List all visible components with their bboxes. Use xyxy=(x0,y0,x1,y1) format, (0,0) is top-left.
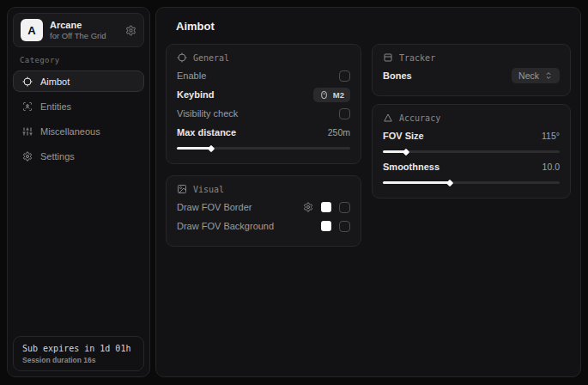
sidebar: A Arcane for Off The Grid Category Aimbo… xyxy=(7,7,150,377)
sidebar-item-settings[interactable]: Settings xyxy=(13,145,144,167)
max-distance-row: Max distance 250m xyxy=(177,123,350,142)
fov-size-label: FOV Size xyxy=(383,131,424,141)
enable-row: Enable xyxy=(177,66,350,85)
card-title: Tracker xyxy=(399,53,435,63)
image-icon xyxy=(177,184,187,194)
sub-expires-text: Sub expires in 1d 01h xyxy=(22,344,135,353)
page-title: Aimbot xyxy=(176,20,571,33)
draw-fov-border-label: Draw FOV Border xyxy=(177,202,252,212)
sidebar-item-entities[interactable]: Entities xyxy=(13,95,144,117)
mouse-icon xyxy=(319,90,329,100)
card-title: Visual xyxy=(193,185,224,194)
person-scan-icon xyxy=(22,101,33,112)
enable-checkbox[interactable] xyxy=(339,70,350,82)
chevrons-up-down-icon xyxy=(544,71,553,80)
keybind-value: M2 xyxy=(333,90,344,100)
draw-fov-background-row: Draw FOV Background xyxy=(177,217,350,235)
app-subtitle: for Off The Grid xyxy=(50,31,106,41)
visual-card-header: Visual xyxy=(177,184,350,194)
app-name: Arcane xyxy=(50,20,106,31)
general-card: General Enable Keybind M2 xyxy=(166,44,361,164)
draw-fov-background-label: Draw FOV Background xyxy=(177,221,274,231)
fov-size-row: FOV Size 115° xyxy=(383,126,560,145)
card-title: General xyxy=(193,53,229,63)
slider-fill xyxy=(383,181,450,184)
fov-size-slider[interactable] xyxy=(383,150,560,153)
category-label: Category xyxy=(20,56,137,64)
fov-border-color-swatch[interactable] xyxy=(321,202,331,212)
draw-fov-border-row: Draw FOV Border xyxy=(177,198,350,217)
gear-icon xyxy=(22,151,33,162)
triangle-icon xyxy=(383,113,393,123)
settings-gear-icon[interactable] xyxy=(125,25,136,36)
sliders-icon xyxy=(22,126,33,137)
visibility-check-row: Visibility check xyxy=(177,104,350,123)
draw-fov-background-controls xyxy=(321,221,350,232)
visibility-check-checkbox[interactable] xyxy=(339,108,350,119)
fov-size-value: 115° xyxy=(542,131,560,141)
subscription-status-card: Sub expires in 1d 01h Session duration 1… xyxy=(13,336,144,371)
slider-thumb[interactable] xyxy=(446,179,453,186)
slider-thumb[interactable] xyxy=(403,148,409,155)
sidebar-item-label: Entities xyxy=(40,101,71,112)
smoothness-label: Smoothness xyxy=(383,162,439,172)
card-title: Accuracy xyxy=(399,113,440,123)
max-distance-label: Max distance xyxy=(177,127,236,138)
sidebar-item-label: Aimbot xyxy=(40,76,70,87)
smoothness-slider[interactable] xyxy=(383,181,560,184)
slider-thumb[interactable] xyxy=(208,144,215,151)
tracker-card-header: Tracker xyxy=(383,52,560,63)
enable-label: Enable xyxy=(177,70,206,81)
fov-background-color-swatch[interactable] xyxy=(321,221,331,231)
app-logo: A xyxy=(21,19,43,41)
smoothness-row: Smoothness 10.0 xyxy=(383,157,560,176)
card-columns: General Enable Keybind M2 xyxy=(166,44,571,247)
gear-icon[interactable] xyxy=(303,202,313,212)
max-distance-slider[interactable] xyxy=(177,147,350,150)
crosshair-icon xyxy=(22,76,33,87)
session-duration-text: Session duration 16s xyxy=(22,356,135,364)
right-column: Tracker Bones Neck xyxy=(372,44,571,247)
bones-row: Bones Neck xyxy=(383,66,560,85)
general-card-header: General xyxy=(177,52,350,63)
max-distance-value: 250m xyxy=(328,127,350,138)
keybind-label: Keybind xyxy=(177,89,214,100)
window-icon xyxy=(383,52,393,63)
tracker-card: Tracker Bones Neck xyxy=(372,44,571,96)
slider-fill xyxy=(383,150,406,153)
visual-card: Visual Draw FOV Border Draw F xyxy=(166,175,361,247)
left-column: General Enable Keybind M2 xyxy=(166,44,361,247)
crosshair-icon xyxy=(177,52,187,63)
sidebar-item-label: Settings xyxy=(40,151,75,162)
bones-selected-value: Neck xyxy=(518,70,539,81)
accuracy-card: Accuracy FOV Size 115° Smoothness 10.0 xyxy=(372,104,571,199)
sidebar-item-label: Miscellaneous xyxy=(40,126,100,137)
app-window: A Arcane for Off The Grid Category Aimbo… xyxy=(0,0,588,385)
bones-select[interactable]: Neck xyxy=(512,68,560,83)
smoothness-value: 10.0 xyxy=(543,162,560,172)
draw-fov-border-controls xyxy=(303,202,350,213)
draw-fov-background-checkbox[interactable] xyxy=(339,221,350,232)
draw-fov-border-checkbox[interactable] xyxy=(339,202,350,213)
brand-card: A Arcane for Off The Grid xyxy=(13,13,144,47)
keybind-row: Keybind M2 xyxy=(177,85,350,104)
logo-letter: A xyxy=(27,24,35,37)
accuracy-card-header: Accuracy xyxy=(383,113,560,123)
main-panel: Aimbot General Enable Key xyxy=(155,7,581,377)
brand-text: Arcane for Off The Grid xyxy=(50,20,106,41)
bones-label: Bones xyxy=(383,70,412,81)
keybind-badge[interactable]: M2 xyxy=(313,88,350,102)
slider-fill xyxy=(177,147,211,150)
sidebar-item-aimbot[interactable]: Aimbot xyxy=(13,70,144,92)
visibility-check-label: Visibility check xyxy=(177,108,238,119)
sidebar-item-miscellaneous[interactable]: Miscellaneous xyxy=(13,120,144,142)
